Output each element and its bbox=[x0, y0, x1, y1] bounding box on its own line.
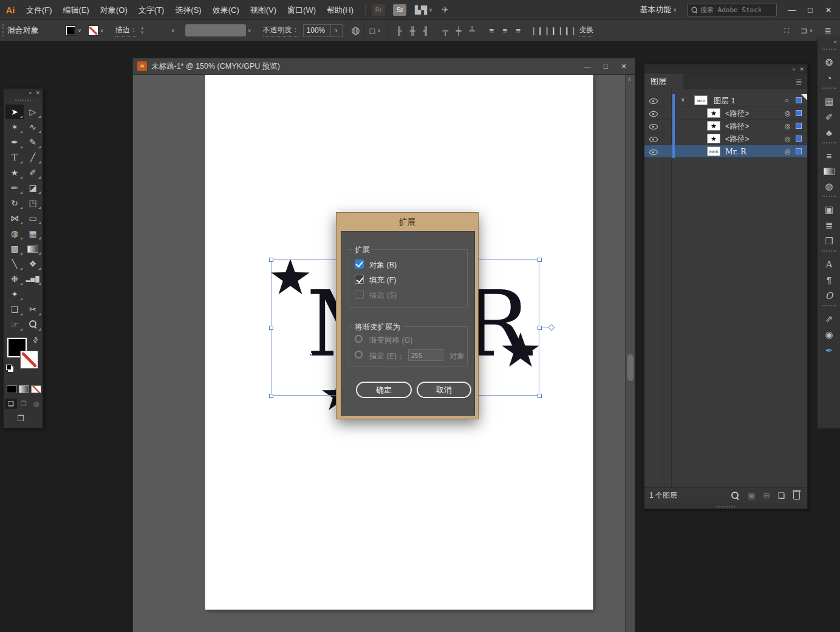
path-thumbnail[interactable]: ★ bbox=[707, 108, 720, 118]
visibility-eye-icon[interactable] bbox=[649, 135, 658, 142]
layer-row-selected[interactable]: Mr.R Mr. R ◎ bbox=[644, 145, 807, 158]
selection-indicator[interactable] bbox=[796, 97, 802, 103]
align-right-icon[interactable]: ╢ bbox=[418, 26, 432, 35]
layer-row[interactable]: ★ <路径> ◎ bbox=[644, 132, 807, 145]
dock-grip[interactable] bbox=[822, 142, 836, 143]
graph-tool-icon[interactable]: ▂▅█ bbox=[24, 272, 42, 286]
fill-chevron-icon[interactable]: ∨ bbox=[78, 28, 81, 33]
line-segment-tool-icon[interactable]: ╱ bbox=[24, 150, 42, 165]
scale-tool-icon[interactable]: ◳ bbox=[24, 196, 42, 210]
distribute-right-icon[interactable]: ❘❙❘ bbox=[557, 26, 570, 35]
color-guide-panel-icon[interactable]: ◔ bbox=[818, 73, 840, 83]
menu-help[interactable]: 帮助(H) bbox=[321, 0, 359, 20]
new-layer-icon[interactable]: ❏ bbox=[777, 492, 785, 500]
bounding-box-icon[interactable]: ◻ bbox=[369, 27, 376, 35]
delete-layer-icon[interactable] bbox=[793, 492, 800, 500]
symbols-panel-icon[interactable]: ♣ bbox=[818, 128, 840, 138]
opacity-expand-icon[interactable]: › bbox=[331, 26, 342, 35]
specify-radio[interactable] bbox=[355, 351, 363, 359]
opentype-panel-icon[interactable]: O bbox=[818, 290, 840, 301]
perspective-grid-tool-icon[interactable]: ▦ bbox=[24, 226, 42, 241]
distribute-vcenter-icon[interactable]: ≡ bbox=[497, 26, 511, 35]
vertical-scrollbar[interactable]: ∧ bbox=[625, 75, 635, 632]
selection-indicator[interactable] bbox=[796, 148, 802, 154]
new-sublayer-icon[interactable]: ⊞ bbox=[763, 492, 770, 500]
visibility-eye-icon[interactable] bbox=[649, 148, 658, 155]
object-checkbox[interactable] bbox=[355, 259, 364, 269]
workspace-chevron-icon[interactable]: ∨ bbox=[673, 7, 677, 13]
target-icon[interactable]: ◎ bbox=[785, 135, 791, 143]
paintbrush-tool-icon[interactable]: ✐ bbox=[24, 165, 42, 180]
draw-inside-mode-icon[interactable]: ◍ bbox=[30, 399, 43, 409]
blend-tool-icon[interactable]: ❖ bbox=[24, 256, 42, 271]
target-icon[interactable]: ◎ bbox=[785, 109, 791, 117]
blob-brush-tool-icon[interactable]: ✦ bbox=[5, 287, 24, 301]
selection-handle-bl[interactable] bbox=[269, 394, 273, 398]
layer-row[interactable]: ★ <路径> ◎ bbox=[644, 107, 807, 120]
target-icon[interactable]: ○ bbox=[785, 97, 789, 104]
menu-window[interactable]: 窗口(W) bbox=[282, 0, 321, 20]
doc-restore-button[interactable]: □ bbox=[596, 63, 615, 70]
stroke-checkbox[interactable] bbox=[355, 290, 364, 299]
selection-handle-mr[interactable] bbox=[538, 326, 542, 330]
color-mode-button[interactable] bbox=[7, 385, 17, 393]
eraser-tool-icon[interactable]: ◪ bbox=[24, 180, 42, 195]
align-panel-icon[interactable]: ≣ bbox=[818, 220, 840, 231]
menu-select[interactable]: 选择(S) bbox=[169, 0, 207, 20]
brush-chevron-icon[interactable]: ∨ bbox=[248, 28, 251, 33]
screen-mode-icon[interactable]: ❐ bbox=[17, 414, 24, 422]
width-tool-icon[interactable]: ⋈ bbox=[5, 211, 24, 225]
distribute-bottom-icon[interactable]: ≡ bbox=[511, 26, 524, 35]
arrange-documents-icon[interactable]: ▙▜ bbox=[415, 6, 427, 14]
gradient-panel-icon[interactable] bbox=[818, 165, 840, 176]
stroke-chevron-icon[interactable]: ∨ bbox=[100, 28, 104, 33]
dock-grip[interactable] bbox=[822, 305, 836, 306]
pathfinder-panel-icon[interactable]: ❐ bbox=[818, 236, 840, 247]
direct-selection-tool-icon[interactable]: ▷ bbox=[24, 105, 42, 119]
app-maximize-button[interactable]: □ bbox=[801, 5, 819, 15]
free-transform-tool-icon[interactable]: ▭ bbox=[24, 211, 42, 225]
slice-tool-icon[interactable]: ✂ bbox=[24, 302, 42, 317]
app-close-button[interactable]: ✕ bbox=[819, 5, 838, 15]
selection-indicator[interactable] bbox=[796, 110, 802, 116]
menu-type[interactable]: 文字(T) bbox=[133, 0, 170, 20]
none-mode-button[interactable] bbox=[31, 385, 41, 393]
dock-chevron-icon[interactable]: ∨ bbox=[809, 28, 813, 33]
type-tool-icon[interactable]: T bbox=[5, 150, 24, 165]
gradient-mode-button[interactable] bbox=[19, 385, 29, 393]
opacity-value-field[interactable]: 100% bbox=[304, 26, 330, 35]
color-panel-icon[interactable]: ❂ bbox=[818, 57, 840, 68]
doc-minimize-button[interactable]: — bbox=[578, 63, 596, 70]
pencil-tool-icon[interactable]: ✏ bbox=[5, 180, 24, 195]
pen-tool-icon[interactable]: ✒ bbox=[5, 135, 24, 149]
distribute-hcenter-icon[interactable]: ❘❙❘ bbox=[544, 26, 557, 35]
fill-color-swatch[interactable] bbox=[66, 26, 76, 36]
tools-collapse-icon[interactable]: « bbox=[29, 90, 32, 96]
menu-file[interactable]: 文件(F) bbox=[21, 0, 58, 20]
rotate-tool-icon[interactable]: ↻ bbox=[5, 196, 24, 210]
symbol-sprayer-tool-icon[interactable]: ❉ bbox=[5, 272, 24, 286]
gradient-mesh-radio[interactable] bbox=[355, 335, 363, 343]
layers-menu-icon[interactable]: ≣ bbox=[796, 78, 802, 86]
transparency-panel-icon[interactable]: ◍ bbox=[818, 181, 840, 192]
stroke-weight-chevron-icon[interactable]: ∨ bbox=[171, 28, 175, 33]
draw-normal-mode-icon[interactable]: ❏ bbox=[5, 399, 17, 409]
transform-panel-icon[interactable]: ▣ bbox=[818, 204, 840, 215]
fill-checkbox-label[interactable]: 填充 (F) bbox=[369, 275, 396, 286]
eyedropper-tool-icon[interactable]: ╲ bbox=[5, 256, 24, 271]
layer-row[interactable]: ★ <路径> ◎ bbox=[644, 120, 807, 132]
distribute-left-icon[interactable]: ❘❙❘ bbox=[530, 26, 544, 35]
selection-handle-tr[interactable] bbox=[538, 258, 542, 262]
menu-object[interactable]: 对象(O) bbox=[95, 0, 133, 20]
dock-expand-icon[interactable]: « bbox=[833, 38, 837, 45]
selection-handle-br[interactable] bbox=[538, 394, 542, 398]
align-center-icon[interactable]: ╫ bbox=[405, 26, 418, 35]
transform-link[interactable]: 变换 bbox=[579, 25, 593, 36]
scrollbar-thumb[interactable] bbox=[627, 354, 633, 381]
dialog-title[interactable]: 扩展 bbox=[336, 213, 478, 231]
doc-close-button[interactable]: ✕ bbox=[615, 63, 633, 70]
bridge-button[interactable]: Br bbox=[372, 4, 385, 16]
distribute-top-icon[interactable]: ≡ bbox=[484, 26, 497, 35]
artboard-tool-icon[interactable]: ❏ bbox=[5, 302, 24, 317]
selection-indicator[interactable] bbox=[796, 123, 802, 129]
